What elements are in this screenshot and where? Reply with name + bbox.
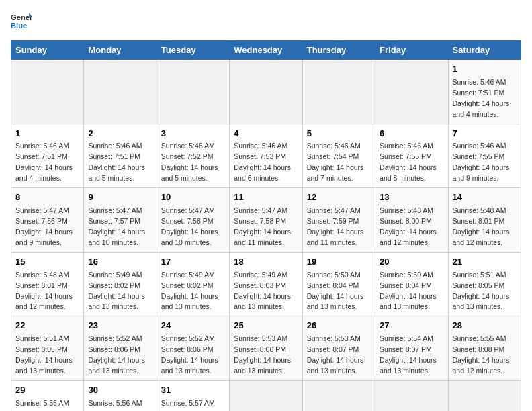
calendar-cell: 19Sunrise: 5:50 AMSunset: 8:04 PMDayligh… <box>302 252 375 316</box>
calendar-cell <box>230 60 302 124</box>
daylight-info: Daylight: 14 hours and 11 minutes. <box>234 228 291 246</box>
sunset-info: Sunset: 7:59 PM <box>307 217 359 225</box>
sunrise-info: Sunrise: 5:53 AM <box>234 334 287 342</box>
sunrise-info: Sunrise: 5:52 AM <box>88 334 142 342</box>
day-number: 22 <box>15 320 79 332</box>
daylight-info: Daylight: 14 hours and 13 minutes. <box>307 292 364 311</box>
sunset-info: Sunset: 8:07 PM <box>380 345 432 353</box>
daylight-info: Daylight: 14 hours and 4 minutes. <box>15 163 73 182</box>
daylight-info: Daylight: 14 hours and 13 minutes. <box>234 292 291 311</box>
calendar-week-row: 29Sunrise: 5:55 AMSunset: 8:08 PMDayligh… <box>11 380 521 411</box>
sunrise-info: Sunrise: 5:47 AM <box>88 206 142 214</box>
sunset-info: Sunset: 7:53 PM <box>234 152 286 161</box>
sunset-info: Sunset: 7:51 PM <box>453 89 505 97</box>
day-number: 13 <box>380 191 443 204</box>
sunset-info: Sunset: 8:03 PM <box>234 281 286 289</box>
calendar-header-row: SundayMondayTuesdayWednesdayThursdayFrid… <box>11 41 521 60</box>
calendar-cell: 31Sunrise: 5:57 AMSunset: 8:08 PMDayligh… <box>157 380 229 411</box>
daylight-info: Daylight: 14 hours and 13 minutes. <box>15 356 73 375</box>
calendar-cell <box>375 380 448 411</box>
sunrise-info: Sunrise: 5:48 AM <box>15 271 69 279</box>
logo: General Blue <box>11 11 34 32</box>
day-number: 23 <box>88 320 152 332</box>
sunset-info: Sunset: 8:05 PM <box>453 281 505 289</box>
daylight-info: Daylight: 14 hours and 11 minutes. <box>307 228 364 246</box>
sunset-info: Sunset: 7:55 PM <box>380 152 432 161</box>
daylight-info: Daylight: 14 hours and 9 minutes. <box>15 228 73 246</box>
daylight-info: Daylight: 14 hours and 12 minutes. <box>453 228 510 246</box>
day-number: 31 <box>161 384 225 397</box>
sunrise-info: Sunrise: 5:53 AM <box>307 334 361 342</box>
sunrise-info: Sunrise: 5:46 AM <box>453 142 506 150</box>
daylight-info: Daylight: 14 hours and 5 minutes. <box>88 163 145 182</box>
day-number: 14 <box>453 191 517 204</box>
day-number: 25 <box>234 320 298 332</box>
day-number: 3 <box>161 128 225 140</box>
calendar-week-row: 22Sunrise: 5:51 AMSunset: 8:05 PMDayligh… <box>11 316 521 381</box>
calendar-cell: 27Sunrise: 5:54 AMSunset: 8:07 PMDayligh… <box>375 316 448 381</box>
daylight-info: Daylight: 14 hours and 12 minutes. <box>453 356 510 375</box>
sunrise-info: Sunrise: 5:46 AM <box>307 142 361 150</box>
sunrise-info: Sunrise: 5:46 AM <box>234 142 287 150</box>
daylight-info: Daylight: 14 hours and 9 minutes. <box>453 163 510 182</box>
sunset-info: Sunset: 7:51 PM <box>15 152 68 161</box>
day-number: 11 <box>234 191 298 204</box>
daylight-info: Daylight: 14 hours and 5 minutes. <box>161 163 218 182</box>
sunset-info: Sunset: 8:06 PM <box>88 345 140 353</box>
day-header-wednesday: Wednesday <box>230 41 302 60</box>
day-number: 30 <box>88 384 152 397</box>
sunrise-info: Sunrise: 5:56 AM <box>88 399 142 407</box>
daylight-info: Daylight: 14 hours and 4 minutes. <box>453 99 510 118</box>
sunset-info: Sunset: 8:00 PM <box>380 217 432 225</box>
calendar-cell: 17Sunrise: 5:49 AMSunset: 8:02 PMDayligh… <box>157 252 229 316</box>
calendar-cell: 29Sunrise: 5:55 AMSunset: 8:08 PMDayligh… <box>11 380 84 411</box>
calendar-cell: 13Sunrise: 5:48 AMSunset: 8:00 PMDayligh… <box>375 188 448 253</box>
sunrise-info: Sunrise: 5:52 AM <box>161 334 215 342</box>
sunrise-info: Sunrise: 5:46 AM <box>161 142 215 150</box>
sunset-info: Sunset: 7:58 PM <box>234 217 286 225</box>
day-number: 15 <box>15 256 79 269</box>
sunrise-info: Sunrise: 5:46 AM <box>453 78 506 86</box>
daylight-info: Daylight: 14 hours and 13 minutes. <box>88 292 145 311</box>
day-number: 17 <box>161 256 225 269</box>
calendar-cell: 16Sunrise: 5:49 AMSunset: 8:02 PMDayligh… <box>84 252 157 316</box>
day-number: 24 <box>161 320 225 332</box>
sunrise-info: Sunrise: 5:50 AM <box>307 271 361 279</box>
calendar-table: SundayMondayTuesdayWednesdayThursdayFrid… <box>11 40 521 411</box>
daylight-info: Daylight: 14 hours and 6 minutes. <box>234 163 291 182</box>
calendar-cell: 23Sunrise: 5:52 AMSunset: 8:06 PMDayligh… <box>84 316 157 381</box>
sunrise-info: Sunrise: 5:49 AM <box>234 271 287 279</box>
daylight-info: Daylight: 14 hours and 13 minutes. <box>380 356 437 375</box>
sunset-info: Sunset: 8:06 PM <box>234 345 286 353</box>
sunrise-info: Sunrise: 5:50 AM <box>380 271 433 279</box>
calendar-cell: 20Sunrise: 5:50 AMSunset: 8:04 PMDayligh… <box>375 252 448 316</box>
daylight-info: Daylight: 14 hours and 13 minutes. <box>161 292 218 311</box>
daylight-info: Daylight: 14 hours and 13 minutes. <box>234 356 291 375</box>
day-number: 29 <box>15 384 79 397</box>
sunrise-info: Sunrise: 5:47 AM <box>307 206 361 214</box>
sunrise-info: Sunrise: 5:46 AM <box>15 142 69 150</box>
sunrise-info: Sunrise: 5:46 AM <box>88 142 142 150</box>
calendar-cell: 14Sunrise: 5:48 AMSunset: 8:01 PMDayligh… <box>448 188 521 253</box>
sunset-info: Sunset: 7:58 PM <box>161 217 214 225</box>
sunset-info: Sunset: 8:02 PM <box>88 281 140 289</box>
calendar-cell: 22Sunrise: 5:51 AMSunset: 8:05 PMDayligh… <box>11 316 84 381</box>
day-header-thursday: Thursday <box>302 41 375 60</box>
calendar-cell <box>375 60 448 124</box>
sunrise-info: Sunrise: 5:46 AM <box>380 142 433 150</box>
day-number: 26 <box>307 320 371 332</box>
calendar-cell: 1Sunrise: 5:46 AMSunset: 7:51 PMDaylight… <box>448 60 521 124</box>
calendar-cell: 25Sunrise: 5:53 AMSunset: 8:06 PMDayligh… <box>230 316 302 381</box>
calendar-cell <box>230 380 302 411</box>
sunrise-info: Sunrise: 5:47 AM <box>161 206 215 214</box>
day-number: 8 <box>15 191 79 204</box>
calendar-cell <box>302 380 375 411</box>
sunset-info: Sunset: 7:56 PM <box>15 217 68 225</box>
calendar-cell: 1Sunrise: 5:46 AMSunset: 7:51 PMDaylight… <box>11 124 84 188</box>
page-header: General Blue <box>11 11 521 32</box>
sunset-info: Sunset: 8:07 PM <box>307 345 359 353</box>
sunrise-info: Sunrise: 5:47 AM <box>234 206 287 214</box>
daylight-info: Daylight: 14 hours and 12 minutes. <box>380 228 437 246</box>
calendar-week-row: 1Sunrise: 5:46 AMSunset: 7:51 PMDaylight… <box>11 60 521 124</box>
sunset-info: Sunset: 8:05 PM <box>15 345 68 353</box>
